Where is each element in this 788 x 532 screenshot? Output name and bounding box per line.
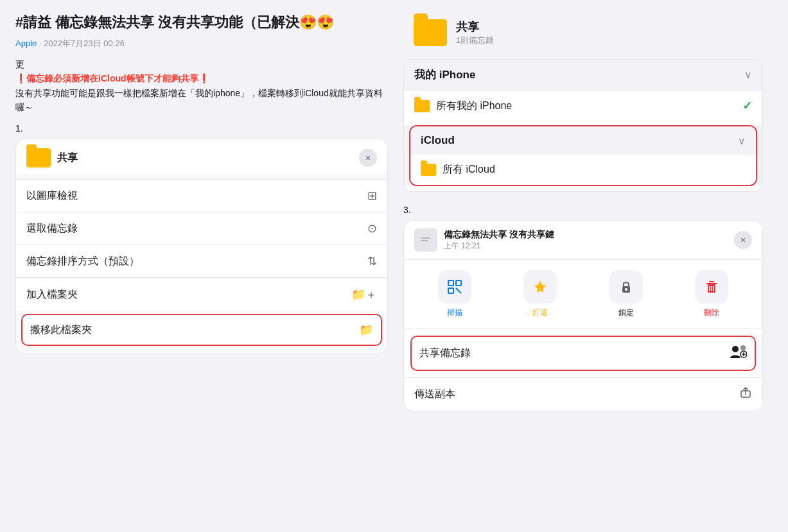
menu-item-add-folder[interactable]: 加入檔案夾 📁＋ bbox=[16, 277, 387, 311]
menu-item-move-folder-label: 搬移此檔案夾 bbox=[30, 323, 92, 337]
phone-card-1: 共享 × 以圖庫檢視 ⊞ 選取備忘錄 ⊙ 備忘錄排序方式（預設） ⇅ bbox=[15, 139, 388, 354]
my-iphone-header[interactable]: 我的 iPhone ∨ bbox=[404, 60, 762, 90]
menu-item-gallery[interactable]: 以圖庫檢視 ⊞ bbox=[16, 179, 387, 212]
folder-header-card: 共享 1則備忘錄 bbox=[403, 13, 763, 56]
svg-rect-3 bbox=[448, 280, 453, 286]
all-my-iphone-label: 所有我的 iPhone bbox=[436, 99, 512, 113]
post-meta: Apple · 2022年7月23日 00:26 bbox=[15, 38, 388, 49]
icloud-chevron-icon: ∨ bbox=[738, 135, 746, 147]
folder-info: 共享 1則備忘錄 bbox=[456, 19, 494, 46]
close-icon-2: × bbox=[740, 235, 746, 245]
action-scan-label: 掃描 bbox=[447, 307, 462, 318]
note-info: 備忘錄無法共享 沒有共享鍵 上午 12:21 bbox=[444, 229, 554, 252]
icloud-highlighted-box: iCloud ∨ 所有 iCloud bbox=[409, 125, 757, 186]
folder-icon bbox=[26, 148, 51, 167]
card2-header-left: 備忘錄無法共享 沒有共享鍵 上午 12:21 bbox=[414, 228, 554, 252]
actions-row: 掃描 釘選 bbox=[404, 260, 762, 329]
add-folder-icon: 📁＋ bbox=[351, 287, 377, 302]
all-icloud-label: 所有 iCloud bbox=[442, 163, 495, 176]
note-time: 上午 12:21 bbox=[444, 241, 554, 252]
icloud-header[interactable]: iCloud ∨ bbox=[410, 126, 756, 155]
close-button[interactable]: × bbox=[359, 149, 377, 167]
location-picker: 我的 iPhone ∨ 所有我的 iPhone ✓ iCloud ∨ bbox=[403, 59, 763, 192]
folder-icon-large bbox=[414, 19, 447, 46]
post-highlight: ❗備忘錄必須新增在iCloud帳號下才能夠共享❗ bbox=[15, 71, 388, 85]
svg-rect-5 bbox=[448, 288, 453, 293]
trash-icon bbox=[695, 270, 728, 304]
action-pin-label: 釘選 bbox=[532, 307, 548, 318]
my-iphone-section: 我的 iPhone ∨ 所有我的 iPhone ✓ bbox=[404, 60, 762, 121]
card2-close-button[interactable]: × bbox=[734, 231, 752, 249]
svg-rect-0 bbox=[419, 235, 432, 245]
send-icon bbox=[739, 386, 752, 402]
post-intro: 更 bbox=[15, 57, 388, 71]
action-lock[interactable]: 鎖定 bbox=[609, 270, 643, 318]
svg-point-8 bbox=[625, 288, 627, 291]
gallery-icon: ⊞ bbox=[367, 189, 377, 203]
post-body: 更 ❗備忘錄必須新增在iCloud帳號下才能夠共享❗ 沒有共享功能可能是跟我一樣… bbox=[15, 57, 388, 115]
svg-line-6 bbox=[456, 288, 461, 293]
action-pin[interactable]: 釘選 bbox=[523, 270, 557, 318]
all-my-iphone-item[interactable]: 所有我的 iPhone ✓ bbox=[404, 90, 762, 121]
menu-item-select[interactable]: 選取備忘錄 ⊙ bbox=[16, 212, 387, 245]
author-link[interactable]: Apple bbox=[15, 39, 37, 48]
step1-label: 1. bbox=[15, 123, 388, 133]
menu-item-sort[interactable]: 備忘錄排序方式（預設） ⇅ bbox=[16, 245, 387, 277]
folder-info-title: 共享 bbox=[456, 19, 494, 35]
note-thumbnail bbox=[414, 228, 437, 252]
location-folder-icon-icloud bbox=[421, 164, 436, 176]
chevron-down-icon: ∨ bbox=[744, 69, 752, 81]
folder-info-sub: 1則備忘錄 bbox=[456, 35, 494, 46]
share-memo-row[interactable]: 共享備忘錄 bbox=[410, 336, 756, 371]
menu-item-gallery-label: 以圖庫檢視 bbox=[26, 189, 78, 203]
left-column: #請益 備忘錄無法共享 沒有共享功能（已解決😍😍 Apple · 2022年7月… bbox=[15, 13, 388, 411]
card1-header-left: 共享 bbox=[26, 148, 78, 167]
action-delete-label: 刪除 bbox=[704, 307, 719, 318]
post-title: #請益 備忘錄無法共享 沒有共享功能（已解決😍😍 bbox=[15, 13, 388, 33]
menu-item-select-label: 選取備忘錄 bbox=[26, 222, 78, 236]
scan-icon bbox=[438, 270, 471, 304]
close-icon: × bbox=[365, 153, 371, 163]
card2-header: 備忘錄無法共享 沒有共享鍵 上午 12:21 × bbox=[404, 221, 762, 260]
card1-folder-name: 共享 bbox=[57, 151, 78, 165]
share-memo-label: 共享備忘錄 bbox=[419, 347, 471, 360]
svg-rect-4 bbox=[456, 280, 461, 286]
menu-item-move-folder[interactable]: 搬移此檔案夾 📁 bbox=[21, 314, 382, 346]
icloud-section: iCloud ∨ 所有 iCloud bbox=[404, 125, 762, 186]
pin-icon bbox=[523, 270, 557, 304]
card1-header: 共享 × bbox=[16, 139, 387, 174]
select-icon: ⊙ bbox=[367, 221, 377, 236]
post-date-value: 2022年7月23日 00:26 bbox=[44, 39, 125, 48]
right-column: 共享 1則備忘錄 我的 iPhone ∨ 所有我的 iPhone ✓ bbox=[403, 13, 763, 411]
send-copy-label: 傳送副本 bbox=[414, 388, 455, 401]
lock-icon bbox=[609, 270, 643, 304]
note-title: 備忘錄無法共享 沒有共享鍵 bbox=[444, 229, 554, 241]
sort-icon: ⇅ bbox=[367, 254, 377, 268]
action-lock-label: 鎖定 bbox=[618, 307, 634, 318]
menu-item-sort-label: 備忘錄排序方式（預設） bbox=[26, 255, 139, 268]
icloud-title: iCloud bbox=[421, 134, 455, 147]
send-copy-row[interactable]: 傳送副本 bbox=[404, 377, 762, 411]
action-delete[interactable]: 刪除 bbox=[695, 270, 728, 318]
share-people-icon bbox=[729, 344, 747, 363]
location-folder-icon-iphone bbox=[414, 100, 430, 112]
step3-label: 3. bbox=[403, 205, 763, 215]
all-icloud-item[interactable]: 所有 iCloud bbox=[410, 155, 756, 185]
move-folder-icon: 📁 bbox=[359, 323, 373, 337]
all-my-iphone-left: 所有我的 iPhone bbox=[414, 99, 512, 113]
my-iphone-title: 我的 iPhone bbox=[414, 67, 475, 82]
post-description: 沒有共享功能可能是跟我一樣把檔案新增在「我的iphone」，檔案轉移到iClou… bbox=[15, 86, 388, 115]
svg-point-16 bbox=[740, 345, 746, 350]
svg-point-15 bbox=[732, 346, 739, 352]
checkmark-icon: ✓ bbox=[742, 99, 752, 113]
action-scan[interactable]: 掃描 bbox=[438, 270, 471, 318]
phone-card-2: 備忘錄無法共享 沒有共享鍵 上午 12:21 × bbox=[403, 220, 763, 411]
menu-items-wrapper: 以圖庫檢視 ⊞ 選取備忘錄 ⊙ 備忘錄排序方式（預設） ⇅ 加入檔案夾 📁＋ bbox=[16, 174, 387, 354]
menu-item-add-folder-label: 加入檔案夾 bbox=[26, 288, 78, 302]
